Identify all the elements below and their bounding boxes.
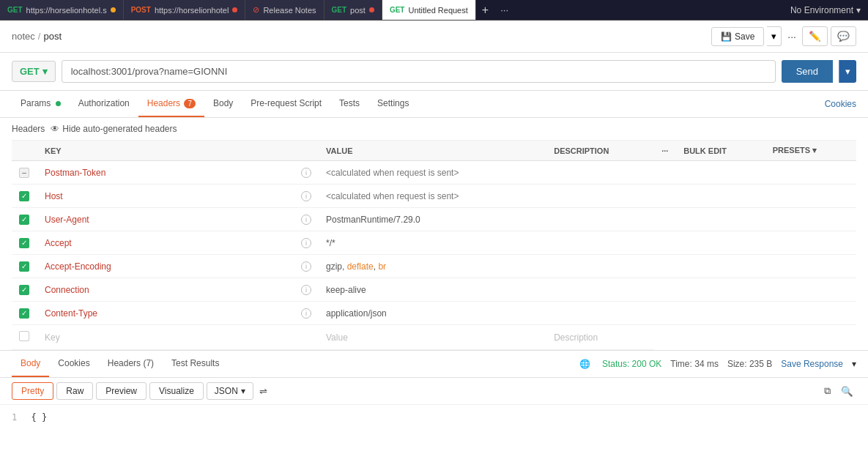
request-tabs: Params Authorization Headers 7 Body Pre-… (0, 91, 868, 118)
format-raw-button[interactable]: Raw (56, 382, 93, 400)
info-icon[interactable]: i (301, 238, 311, 248)
th-checkbox (12, 141, 37, 161)
header-value[interactable]: <calculated when request is sent> (319, 161, 546, 185)
response-status-bar: 🌐 Status: 200 OK Time: 34 ms Size: 235 B… (579, 359, 856, 369)
copy-icon: ⧉ (824, 385, 831, 396)
header-description (546, 185, 654, 208)
breadcrumb-bar: notec / post 💾 Save ▾ ··· ✏️ 💬 (0, 21, 868, 53)
header-key[interactable]: Host (37, 185, 294, 208)
tab-headers[interactable]: Headers 7 (138, 91, 204, 117)
tab-tests[interactable]: Tests (330, 91, 368, 117)
th-presets[interactable]: Presets ▾ (765, 141, 856, 161)
tab-get-untitled[interactable]: GET Untitled Request (382, 0, 476, 21)
copy-response-button[interactable]: ⧉ (821, 382, 834, 400)
tab-dot (111, 7, 116, 12)
save-dropdown-button[interactable]: ▾ (767, 26, 782, 46)
row-checkbox[interactable] (19, 261, 29, 272)
headers-table-container: KEY VALUE DESCRIPTION ··· Bulk Edit Pres… (0, 141, 868, 350)
more-options-button[interactable]: ··· (784, 31, 799, 42)
tab-body[interactable]: Body (204, 91, 242, 117)
th-bulk-edit[interactable]: Bulk Edit (676, 141, 765, 161)
breadcrumb: notec / post (12, 31, 62, 42)
hide-auto-headers-button[interactable]: 👁 Hide auto-generated headers (51, 124, 177, 134)
th-key: KEY (37, 141, 294, 161)
placeholder-checkbox[interactable] (19, 331, 29, 341)
th-description: DESCRIPTION (546, 141, 654, 161)
header-value[interactable]: <calculated when request is sent> (319, 185, 546, 208)
headers-badge: 7 (184, 99, 196, 108)
chevron-down-icon: ▾ (42, 66, 48, 77)
row-checkbox[interactable] (19, 191, 29, 201)
tab-settings[interactable]: Settings (368, 91, 418, 117)
resp-tab-test-results[interactable]: Test Results (163, 351, 228, 377)
tab-post-horselion[interactable]: POST https://horselionhotel (124, 0, 246, 21)
tab-overflow-button[interactable]: ··· (494, 4, 514, 15)
save-button[interactable]: 💾 Save (711, 27, 764, 46)
resp-tab-headers[interactable]: Headers (7) (99, 351, 163, 377)
url-input[interactable] (62, 60, 776, 83)
info-icon[interactable]: i (301, 168, 311, 178)
header-value[interactable]: PostmanRuntime/7.29.0 (319, 208, 546, 231)
globe-icon: 🌐 (579, 359, 590, 369)
cookies-button[interactable]: Cookies (825, 99, 856, 109)
save-response-chevron[interactable]: ▾ (852, 359, 856, 369)
search-response-button[interactable]: 🔍 (838, 382, 856, 400)
tab-get-post[interactable]: GET post (324, 0, 382, 21)
eye-icon: 👁 (51, 124, 59, 134)
edit-button[interactable]: ✏️ (802, 26, 828, 46)
wrap-lines-button[interactable]: ⇌ (256, 383, 270, 400)
header-key[interactable]: Postman-Token (37, 161, 294, 185)
th-more-btn[interactable]: ··· (654, 141, 676, 161)
row-checkbox[interactable] (19, 308, 29, 319)
format-preview-button[interactable]: Preview (96, 382, 146, 400)
info-icon[interactable]: i (301, 261, 311, 272)
header-value[interactable]: application/json (319, 302, 546, 325)
resp-tab-cookies[interactable]: Cookies (49, 351, 98, 377)
response-body: 1 { } (0, 405, 868, 430)
header-key[interactable]: Content-Type (37, 302, 294, 325)
tab-prerequest[interactable]: Pre-request Script (242, 91, 330, 117)
comment-icon: 💬 (837, 31, 850, 42)
header-description (546, 208, 654, 231)
header-value[interactable]: keep-alive (319, 278, 546, 302)
placeholder-key[interactable]: Key (37, 325, 294, 350)
send-button[interactable]: Send (782, 60, 833, 83)
header-value[interactable]: gzip, deflate, br (319, 255, 546, 278)
send-dropdown-button[interactable]: ▾ (839, 60, 856, 83)
placeholder-value[interactable]: Value (319, 325, 546, 350)
new-tab-button[interactable]: + (476, 4, 494, 17)
tab-params[interactable]: Params (12, 91, 70, 117)
row-checkbox[interactable] (19, 215, 29, 225)
row-checkbox[interactable] (19, 238, 29, 248)
info-icon[interactable]: i (301, 285, 311, 295)
workspace-link[interactable]: notec (12, 31, 35, 42)
format-pretty-button[interactable]: Pretty (12, 382, 53, 400)
table-row: User-AgentiPostmanRuntime/7.29.0 (12, 208, 856, 231)
format-visualize-button[interactable]: Visualize (149, 382, 204, 400)
tab-get-horselion1[interactable]: GET https://horselionhotel.s (0, 0, 124, 21)
header-key[interactable]: Accept-Encoding (37, 255, 294, 278)
row-checkbox[interactable] (19, 168, 29, 178)
row-checkbox[interactable] (19, 285, 29, 295)
tab-release-notes[interactable]: ⊘ Release Notes (245, 0, 324, 21)
environment-selector[interactable]: No Environment ▾ (783, 5, 868, 15)
response-section: Body Cookies Headers (7) Test Results 🌐 … (0, 350, 868, 430)
header-value[interactable]: */* (319, 231, 546, 255)
header-key[interactable]: Accept (37, 231, 294, 255)
header-key[interactable]: User-Agent (37, 208, 294, 231)
placeholder-row: KeyValueDescription (12, 325, 856, 350)
header-description (546, 161, 654, 185)
info-icon[interactable]: i (301, 215, 311, 225)
resp-tab-body[interactable]: Body (12, 351, 49, 377)
request-name: post (43, 31, 62, 42)
url-bar: GET ▾ Send ▾ (0, 53, 868, 91)
info-icon[interactable]: i (301, 308, 311, 319)
comment-button[interactable]: 💬 (831, 26, 856, 46)
response-size: Size: 235 B (727, 359, 772, 369)
language-selector[interactable]: JSON ▾ (207, 382, 253, 400)
save-response-button[interactable]: Save Response (781, 359, 843, 369)
header-key[interactable]: Connection (37, 278, 294, 302)
method-selector[interactable]: GET ▾ (12, 61, 56, 82)
info-icon[interactable]: i (301, 191, 311, 201)
tab-authorization[interactable]: Authorization (70, 91, 138, 117)
